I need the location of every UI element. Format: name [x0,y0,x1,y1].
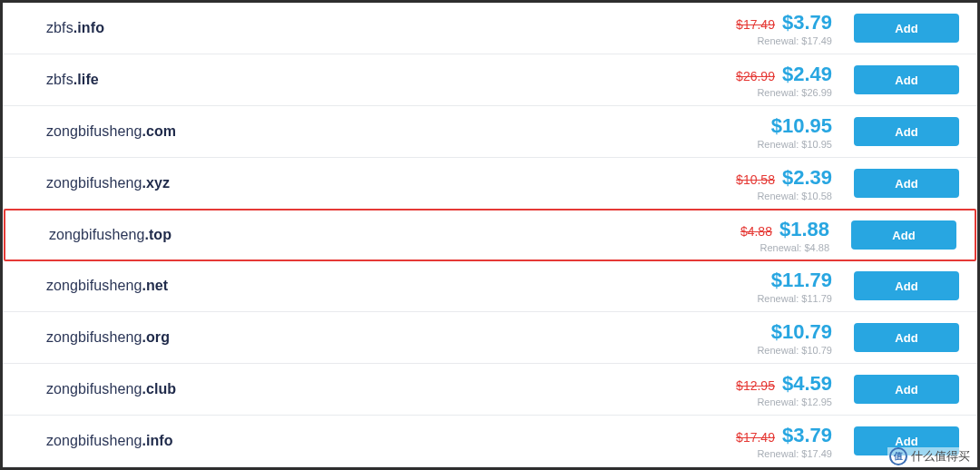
pricing: $10.79Renewal: $10.79 [696,320,832,356]
domain-name[interactable]: zongbifusheng.top [49,227,693,243]
domain-row: zongbifusheng.info$17.49$3.79Renewal: $1… [3,416,977,467]
domain-name[interactable]: zongbifusheng.info [46,433,696,449]
domain-row: zongbifusheng.club$12.95$4.59Renewal: $1… [3,364,977,416]
domain-base: zongbifusheng [46,381,142,397]
price-line: $26.99$2.49 [696,63,832,86]
add-button[interactable]: Add [854,169,959,198]
old-price: $4.88 [740,224,772,239]
current-price: $2.39 [782,166,832,190]
add-button[interactable]: Add [854,375,959,404]
old-price: $17.49 [736,17,775,32]
domain-row: zbfs.life$26.99$2.49Renewal: $26.99Add [3,54,977,106]
current-price: $11.79 [771,269,832,292]
watermark: 值 什么值得买 [887,447,972,465]
price-line: $11.79 [696,269,832,292]
renewal-price: Renewal: $10.95 [696,139,832,150]
domain-tld: .xyz [142,175,170,191]
domain-name[interactable]: zongbifusheng.net [46,278,696,294]
old-price: $26.99 [736,69,775,83]
add-button[interactable]: Add [854,65,959,94]
domain-name[interactable]: zongbifusheng.xyz [46,175,696,191]
add-button[interactable]: Add [854,271,959,300]
domain-tld: .club [142,381,176,397]
domain-row: zongbifusheng.org$10.79Renewal: $10.79Ad… [3,312,977,364]
domain-name[interactable]: zongbifusheng.org [46,329,696,346]
domain-tld: .net [142,278,168,293]
domain-tld: .info [74,20,104,35]
renewal-price: Renewal: $12.95 [696,397,832,407]
domain-results-panel: zbfs.info$17.49$3.79Renewal: $17.49Addzb… [0,0,980,470]
old-price: $12.95 [736,378,775,393]
domain-name[interactable]: zbfs.info [46,20,696,36]
domain-base: zbfs [46,20,74,35]
price-line: $10.58$2.39 [696,166,832,190]
price-line: $17.49$3.79 [696,424,832,447]
renewal-price: Renewal: $26.99 [696,87,832,98]
domain-tld: .top [144,227,172,242]
add-button[interactable]: Add [851,220,956,250]
domain-tld: .org [142,329,170,345]
price-line: $4.88$1.88 [693,218,829,241]
pricing: $12.95$4.59Renewal: $12.95 [696,372,832,407]
old-price: $17.49 [736,430,775,445]
domain-row: zongbifusheng.top$4.88$1.88Renewal: $4.8… [4,209,976,261]
domain-tld: .info [142,433,172,448]
domain-tld: .com [142,123,176,139]
pricing: $4.88$1.88Renewal: $4.88 [693,218,829,253]
pricing: $17.49$3.79Renewal: $17.49 [696,424,832,459]
current-price: $4.59 [782,372,832,396]
domain-base: zongbifusheng [46,123,142,139]
domain-row: zbfs.info$17.49$3.79Renewal: $17.49Add [3,3,977,54]
domain-tld: .life [74,72,99,87]
domain-name[interactable]: zbfs.life [46,72,696,88]
renewal-price: Renewal: $10.79 [696,345,832,356]
domain-name[interactable]: zongbifusheng.club [46,381,696,397]
renewal-price: Renewal: $11.79 [696,293,832,304]
pricing: $17.49$3.79Renewal: $17.49 [696,11,832,46]
renewal-price: Renewal: $17.49 [696,35,832,46]
renewal-price: Renewal: $4.88 [693,242,829,253]
domain-base: zongbifusheng [46,433,142,448]
domain-base: zongbifusheng [46,278,142,293]
add-button[interactable]: Add [854,323,959,352]
pricing: $26.99$2.49Renewal: $26.99 [696,63,832,98]
price-line: $10.95 [696,114,832,138]
add-button[interactable]: Add [854,117,959,146]
current-price: $10.95 [771,114,832,138]
domain-name[interactable]: zongbifusheng.com [46,123,696,140]
pricing: $10.58$2.39Renewal: $10.58 [696,166,832,201]
current-price: $3.79 [782,11,832,34]
domain-base: zongbifusheng [46,329,142,345]
watermark-badge-icon: 值 [889,447,907,465]
domain-base: zongbifusheng [49,227,144,242]
domain-base: zbfs [46,72,74,87]
pricing: $11.79Renewal: $11.79 [696,269,832,304]
domain-results-list: zbfs.info$17.49$3.79Renewal: $17.49Addzb… [3,3,977,467]
watermark-text: 什么值得买 [911,448,970,465]
current-price: $10.79 [771,320,832,344]
add-button[interactable]: Add [854,14,959,43]
domain-row: zongbifusheng.net$11.79Renewal: $11.79Ad… [3,260,977,312]
current-price: $1.88 [779,218,829,241]
renewal-price: Renewal: $10.58 [696,191,832,201]
old-price: $10.58 [736,172,775,187]
renewal-price: Renewal: $17.49 [696,448,832,459]
price-line: $10.79 [696,320,832,344]
current-price: $2.49 [782,63,832,86]
price-line: $12.95$4.59 [696,372,832,396]
pricing: $10.95Renewal: $10.95 [696,114,832,150]
domain-row: zongbifusheng.com$10.95Renewal: $10.95Ad… [3,106,977,158]
domain-base: zongbifusheng [46,175,142,191]
domain-row: zongbifusheng.xyz$10.58$2.39Renewal: $10… [3,158,977,210]
current-price: $3.79 [782,424,832,447]
price-line: $17.49$3.79 [696,11,832,34]
